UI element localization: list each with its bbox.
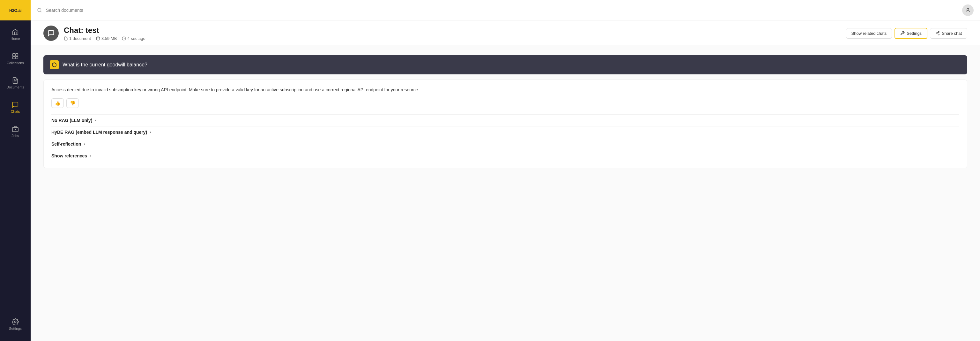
svg-point-17	[938, 34, 940, 35]
jobs-icon	[12, 126, 19, 132]
question-icon	[50, 61, 59, 69]
chevron-icon-no-rag: ›	[95, 118, 96, 123]
document-count: 1 document	[64, 36, 91, 41]
rag-option-hyde[interactable]: HyDE RAG (embed LLM response and query) …	[51, 126, 959, 138]
app-logo[interactable]: H2O.ai	[0, 0, 30, 21]
svg-line-19	[937, 32, 938, 33]
storage-icon	[96, 37, 100, 41]
feedback-row: 👍 👎	[51, 98, 959, 108]
chats-icon	[12, 101, 19, 108]
sidebar-item-collections[interactable]: Collections	[3, 47, 28, 70]
svg-rect-0	[13, 54, 15, 56]
chat-title-block: Chat: test 1 document 3.59 MB	[64, 26, 841, 41]
svg-point-9	[14, 321, 16, 323]
home-icon	[12, 29, 19, 35]
show-related-chats-button[interactable]: Show related chats	[846, 28, 892, 39]
sidebar-item-home[interactable]: Home	[3, 23, 28, 46]
answer-block: Access denied due to invalid subscriptio…	[43, 80, 967, 168]
documents-icon	[12, 77, 19, 84]
chevron-icon-show-references: ›	[90, 154, 91, 158]
svg-rect-3	[16, 56, 18, 59]
rag-option-self-reflection[interactable]: Self-reflection ›	[51, 138, 959, 150]
search-input[interactable]	[46, 8, 958, 13]
chat-avatar-icon	[48, 30, 54, 37]
document-icon	[64, 37, 68, 41]
svg-point-10	[38, 8, 41, 12]
question-block: What is the current goodwill balance?	[43, 55, 967, 74]
svg-point-13	[97, 37, 100, 38]
rag-option-no-rag[interactable]: No RAG (LLM only) ›	[51, 114, 959, 126]
share-chat-button[interactable]: Share chat	[930, 28, 967, 39]
time-ago: 4 sec ago	[122, 36, 145, 41]
svg-line-18	[937, 33, 938, 34]
thumbs-down-button[interactable]: 👎	[66, 98, 79, 108]
chat-title: Chat: test	[64, 26, 841, 35]
svg-point-16	[936, 33, 937, 34]
sidebar-nav: Home Collections Documents	[0, 21, 30, 143]
settings-icon	[12, 318, 19, 325]
share-icon	[935, 31, 940, 35]
sidebar-item-settings[interactable]: Settings	[3, 313, 28, 336]
main-content: Chat: test 1 document 3.59 MB	[30, 0, 980, 341]
svg-rect-1	[16, 54, 18, 56]
user-avatar[interactable]	[962, 5, 974, 16]
topbar	[30, 0, 980, 21]
sidebar-item-documents[interactable]: Documents	[3, 72, 28, 94]
rag-options: No RAG (LLM only) › HyDE RAG (embed LLM …	[51, 114, 959, 162]
clock-icon	[122, 37, 126, 41]
collections-icon	[12, 53, 19, 60]
file-size: 3.59 MB	[96, 36, 117, 41]
chat-actions: Show related chats Settings Share chat	[846, 28, 967, 39]
search-icon	[37, 8, 42, 13]
settings-wrench-icon	[900, 31, 905, 35]
chat-meta: 1 document 3.59 MB 4 sec ago	[64, 36, 841, 41]
chevron-icon-self-reflection: ›	[84, 142, 85, 146]
svg-point-12	[967, 8, 969, 10]
user-icon	[965, 7, 971, 13]
answer-text: Access denied due to invalid subscriptio…	[51, 86, 959, 93]
box-icon	[52, 62, 57, 67]
chevron-icon-hyde: ›	[150, 130, 151, 134]
sidebar-bottom: Settings	[3, 313, 28, 341]
chat-avatar	[43, 25, 59, 41]
sidebar-item-jobs[interactable]: Jobs	[3, 120, 28, 143]
question-text: What is the current goodwill balance?	[62, 62, 147, 68]
chat-header: Chat: test 1 document 3.59 MB	[30, 21, 980, 45]
svg-rect-2	[13, 56, 15, 59]
sidebar-item-chats[interactable]: Chats	[3, 96, 28, 119]
sidebar: H2O.ai Home Collections	[0, 0, 30, 341]
svg-line-11	[40, 11, 41, 12]
svg-point-15	[938, 31, 940, 33]
thumbs-up-button[interactable]: 👍	[51, 98, 64, 108]
settings-button[interactable]: Settings	[894, 28, 928, 39]
rag-option-show-references[interactable]: Show references ›	[51, 150, 959, 162]
content-area: What is the current goodwill balance? Ac…	[30, 45, 980, 341]
